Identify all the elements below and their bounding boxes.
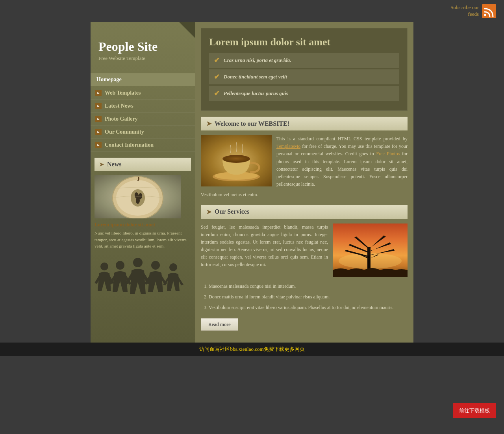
- svg-point-1: [484, 14, 486, 16]
- nav-item-web-templates[interactable]: ► Web Templates: [91, 87, 195, 100]
- main-wrapper: People Site Free Website Template Homepa…: [91, 22, 413, 343]
- services-list-item-1: Maecenas malesuada congue nisi in interd…: [209, 281, 408, 291]
- download-button[interactable]: 前往下载模板: [453, 403, 496, 418]
- news-chevron-icon: ➤: [99, 161, 104, 168]
- content: Lorem ipsum dolor sit amet ✔ Cras urna n…: [195, 22, 413, 343]
- svg-point-11: [116, 261, 124, 270]
- svg-point-14: [169, 263, 177, 271]
- hero-item-1: ✔ Cras urna nisi, porta et gravida.: [209, 53, 399, 68]
- checkmark-icon-2: ✔: [214, 73, 220, 81]
- sidebar-header: People Site Free Website Template: [91, 22, 195, 67]
- hero-item-3: ✔ Pellentesque luctus purus quis: [209, 86, 399, 101]
- checkmark-icon-1: ✔: [214, 56, 220, 65]
- welcome-text: This is a standard compliant HTML CSS te…: [276, 135, 408, 188]
- apple-svg: [94, 175, 181, 218]
- hero-title: Lorem ipsum dolor sit amet: [209, 36, 399, 48]
- nav-arrow-web-templates: ►: [95, 90, 102, 96]
- top-bar: Subscribe our feeds: [0, 0, 504, 22]
- nav-item-contact-information[interactable]: ► Contact Information: [91, 139, 195, 152]
- checkmark-icon-3: ✔: [214, 89, 220, 98]
- sunset-svg: [333, 224, 408, 277]
- nav-arrow-contact-information: ►: [95, 142, 102, 148]
- svg-point-19: [224, 156, 249, 162]
- svg-point-10: [100, 263, 108, 270]
- news-header: ➤ News: [94, 158, 191, 171]
- services-list-item-2: Donec mattis urna id lorem blandit vitae…: [209, 292, 408, 302]
- news-title[interactable]: Lorem ipsum dolor sit amet: [94, 222, 191, 228]
- templatemo-link[interactable]: TemplateMo: [276, 143, 300, 149]
- services-list: Maecenas malesuada congue nisi in interd…: [201, 281, 408, 312]
- sidebar-corner: [179, 22, 195, 38]
- services-list-item-3: Vestibulum suscipit erat vitae libero va…: [209, 303, 408, 312]
- news-body: Nunc vel libero libero, in dignissim urn…: [94, 230, 191, 250]
- subscribe-text: Subscribe our feeds: [450, 4, 479, 18]
- watermark: 访问血写社区bbs.xienlao.com免费下载更多网页: [0, 343, 504, 356]
- welcome-content: This is a standard compliant HTML CSS te…: [201, 135, 408, 188]
- nav-arrow-latest-news: ►: [95, 103, 102, 109]
- site-subtitle: Free Website Template: [98, 55, 187, 61]
- svg-point-12: [133, 258, 143, 267]
- news-image: [94, 175, 181, 218]
- nav-arrow-our-community: ►: [95, 129, 102, 135]
- svg-rect-0: [482, 4, 496, 18]
- svg-point-13: [151, 261, 160, 270]
- welcome-section: ➤ Welcome to our WEBSITE!: [201, 117, 408, 199]
- read-more-button[interactable]: Read more: [201, 318, 238, 331]
- svg-point-8: [136, 197, 140, 204]
- nav-item-photo-gallery[interactable]: ► Photo Gallery: [91, 113, 195, 126]
- nav-item-homepage[interactable]: Homepage: [91, 73, 195, 86]
- hero-item-2: ✔ Donec tincidunt sem eget velit: [209, 69, 399, 84]
- nav-menu: Homepage ► Web Templates ► Latest News ►…: [91, 73, 195, 152]
- nav-item-latest-news[interactable]: ► Latest News: [91, 100, 195, 113]
- hero-item-text-2: Donec tincidunt sem eget velit: [224, 74, 287, 80]
- coffee-svg: [201, 135, 272, 186]
- site-title: People Site: [98, 40, 187, 54]
- free-photos-link[interactable]: Free Photos: [376, 151, 400, 156]
- hero-item-text-1: Cras urna nisi, porta et gravida.: [224, 57, 291, 63]
- services-header: ➤ Our Services: [201, 205, 408, 219]
- services-section: ➤ Our Services Sed feugiat, leo malesuad…: [201, 205, 408, 331]
- nav-arrow-photo-gallery: ►: [95, 116, 102, 122]
- welcome-full-text: Vestibulum vel metus et enim.: [201, 191, 408, 199]
- welcome-header: ➤ Welcome to our WEBSITE!: [201, 117, 408, 130]
- sidebar: People Site Free Website Template Homepa…: [91, 22, 195, 343]
- services-image: [333, 224, 408, 277]
- welcome-chevron-icon: ➤: [206, 120, 211, 127]
- people-silhouette: [91, 255, 187, 299]
- nav-item-our-community[interactable]: ► Our Community: [91, 126, 195, 139]
- services-content: Sed feugiat, leo malesuada imperdiet bla…: [201, 224, 408, 277]
- welcome-image: [201, 135, 272, 186]
- hero-banner: Lorem ipsum dolor sit amet ✔ Cras urna n…: [201, 28, 408, 111]
- services-text: Sed feugiat, leo malesuada imperdiet bla…: [201, 224, 328, 277]
- news-section: ➤ News: [91, 158, 195, 250]
- hero-item-text-3: Pellentesque luctus purus quis: [224, 90, 288, 97]
- people-svg: [91, 255, 187, 299]
- rss-icon[interactable]: [482, 4, 496, 18]
- services-chevron-icon: ➤: [206, 208, 211, 216]
